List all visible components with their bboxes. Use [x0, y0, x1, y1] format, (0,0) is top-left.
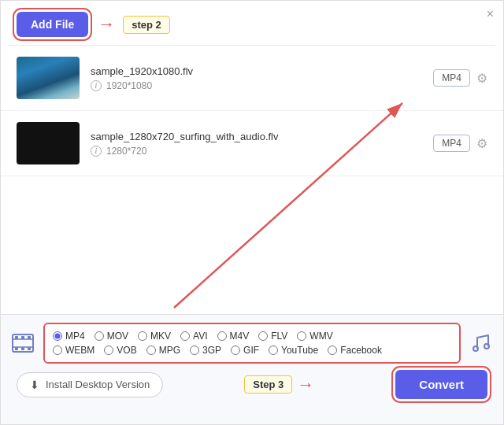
file-meta-1: i 1920*1080: [91, 80, 433, 91]
format-radio-facebook[interactable]: [328, 346, 337, 355]
svg-point-11: [473, 346, 478, 351]
top-bar: Add File → step 2: [1, 1, 503, 45]
svg-rect-6: [21, 336, 24, 339]
format-option-youtube[interactable]: YouTube: [269, 345, 318, 356]
convert-button[interactable]: Convert: [395, 370, 487, 399]
format-option-mov[interactable]: MOV: [94, 331, 128, 342]
svg-rect-9: [21, 347, 24, 350]
format-radio-wmv[interactable]: [297, 331, 306, 341]
format-radio-mov[interactable]: [94, 331, 104, 341]
format-radio-mkv[interactable]: [138, 331, 147, 341]
format-radio-mp4[interactable]: [53, 331, 62, 341]
format-option-mp4[interactable]: MP4: [53, 331, 85, 342]
file-resolution-2: 1280*720: [106, 146, 146, 157]
format-badge-2[interactable]: MP4: [433, 135, 470, 152]
format-option-mpg[interactable]: MPG: [146, 345, 180, 356]
format-option-webm[interactable]: WEBM: [53, 345, 94, 356]
file-info-1: sample_1920x1080.flv i 1920*1080: [91, 65, 433, 91]
bottom-area: MP4 MOV MKV AVI M4V FLV: [1, 314, 503, 424]
format-row-2: WEBM VOB MPG 3GP GIF YouT: [53, 345, 451, 356]
format-radio-webm[interactable]: [53, 346, 62, 355]
add-file-button[interactable]: Add File: [17, 12, 88, 37]
file-meta-2: i 1280*720: [91, 146, 433, 157]
close-button[interactable]: ×: [487, 7, 494, 21]
music-icon: [467, 329, 495, 357]
file-item-1: sample_1920x1080.flv i 1920*1080 MP4 ⚙: [1, 46, 503, 111]
format-option-facebook[interactable]: Facebook: [328, 345, 382, 356]
file-name-2: sample_1280x720_surfing_with_audio.flv: [91, 131, 433, 142]
main-window: × Add File → step 2 sample_1920x1080.flv…: [0, 0, 504, 425]
format-option-3gp[interactable]: 3GP: [190, 345, 221, 356]
svg-rect-8: [15, 347, 18, 350]
format-radio-vob[interactable]: [104, 346, 113, 355]
svg-rect-7: [28, 336, 31, 339]
info-icon-2[interactable]: i: [91, 146, 102, 157]
download-icon: ⬇: [30, 379, 39, 391]
settings-button-1[interactable]: ⚙: [476, 71, 487, 86]
format-selector-row: MP4 MOV MKV AVI M4V FLV: [1, 315, 503, 364]
file-item-2: sample_1280x720_surfing_with_audio.flv i…: [1, 111, 503, 176]
file-name-1: sample_1920x1080.flv: [91, 65, 433, 77]
format-radio-3gp[interactable]: [190, 346, 199, 355]
svg-rect-5: [15, 336, 18, 339]
file-actions-1: MP4 ⚙: [433, 69, 487, 87]
format-option-wmv[interactable]: WMV: [297, 331, 332, 342]
info-icon-1[interactable]: i: [91, 80, 102, 91]
install-button-label: Install Desktop Version: [46, 379, 150, 390]
format-radio-gif[interactable]: [231, 346, 240, 355]
svg-rect-10: [28, 347, 31, 350]
bottom-buttons: ⬇ Install Desktop Version Step 3 → Conve…: [1, 364, 503, 405]
svg-point-12: [484, 344, 489, 349]
file-resolution-1: 1920*1080: [106, 80, 152, 91]
format-option-m4v[interactable]: M4V: [217, 331, 250, 342]
step3-label: Step 3: [244, 375, 292, 394]
film-icon: [9, 329, 37, 357]
format-option-avi[interactable]: AVI: [180, 331, 207, 342]
file-thumbnail-1: [17, 57, 80, 99]
format-radio-mpg[interactable]: [146, 346, 156, 355]
file-actions-2: MP4 ⚙: [433, 135, 487, 152]
format-row-1: MP4 MOV MKV AVI M4V FLV: [53, 331, 451, 342]
file-list: sample_1920x1080.flv i 1920*1080 MP4 ⚙ s…: [1, 46, 503, 176]
format-radio-youtube[interactable]: [269, 346, 278, 355]
format-option-flv[interactable]: FLV: [258, 331, 287, 342]
format-radio-flv[interactable]: [258, 331, 268, 341]
format-options-box: MP4 MOV MKV AVI M4V FLV: [43, 323, 461, 364]
arrow-right-icon: →: [98, 14, 115, 35]
settings-button-2[interactable]: ⚙: [476, 136, 487, 151]
file-thumbnail-2: [17, 122, 80, 164]
format-radio-avi[interactable]: [180, 331, 190, 341]
format-option-gif[interactable]: GIF: [231, 345, 259, 356]
step2-label: step 2: [123, 16, 170, 34]
step3-area: Step 3 →: [244, 375, 314, 395]
file-info-2: sample_1280x720_surfing_with_audio.flv i…: [91, 131, 433, 157]
format-option-vob[interactable]: VOB: [104, 345, 136, 356]
step3-arrow-icon: →: [297, 375, 314, 395]
format-option-mkv[interactable]: MKV: [138, 331, 171, 342]
install-button[interactable]: ⬇ Install Desktop Version: [17, 372, 163, 397]
format-badge-1[interactable]: MP4: [433, 69, 470, 87]
format-radio-m4v[interactable]: [217, 331, 227, 341]
